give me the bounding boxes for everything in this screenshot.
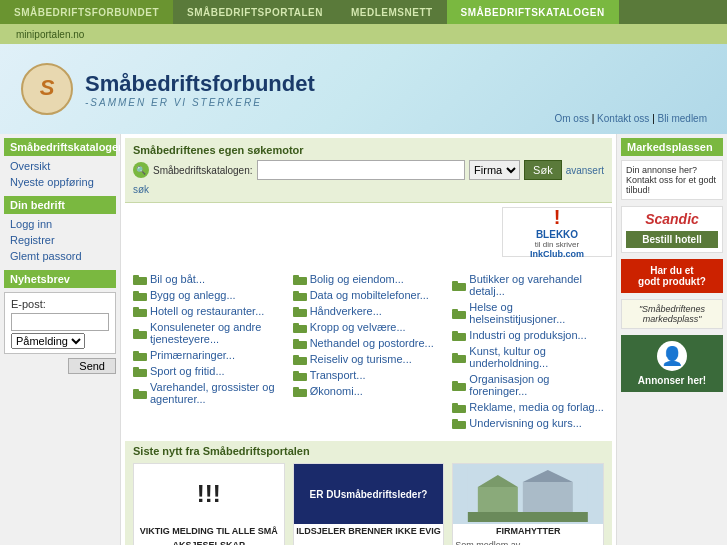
news-section: Siste nytt fra Småbedriftsportalen !!! V… [125, 441, 612, 545]
news-img-1: !!! [134, 464, 284, 524]
cat-undervisning[interactable]: Undervisning og kurs... [452, 415, 604, 431]
header: S Småbedriftsforbundet -SAMMEN ER VI STE… [0, 44, 727, 134]
sidebar-link-oversikt[interactable]: Oversikt [4, 158, 116, 174]
svg-rect-37 [452, 331, 458, 334]
category-grid: Bil og båt... Bygg og anlegg... Hotell o… [129, 269, 608, 433]
nav-item-portalen[interactable]: SMÅBEDRIFTSPORTALEN [173, 0, 337, 24]
news-item-2[interactable]: ER DU småbedriftsleder? ILDSJELER BRENNE… [293, 463, 445, 545]
sidebar-section-nyhetsbrev: Nyhetsbrev [4, 270, 116, 288]
secondary-nav: miniportalen.no [0, 24, 727, 44]
cat-handverkere[interactable]: Håndverkere... [293, 303, 445, 319]
folder-icon [293, 290, 307, 301]
svg-rect-9 [133, 329, 139, 332]
search-title: Småbedriftenes egen søkemotor [133, 144, 604, 156]
sidebar-link-nyeste[interactable]: Nyeste oppføring [4, 174, 116, 190]
cat-reiseliv[interactable]: Reiseliv og turisme... [293, 351, 445, 367]
logo-tagline: -SAMMEN ER VI STERKERE [85, 97, 315, 108]
cat-varehandel[interactable]: Varehandel, grossister og agenturer... [133, 379, 285, 407]
news-item-3[interactable]: FIRMAHYTTER Som medlem av Småbedriftsfor… [452, 463, 604, 545]
news-mid-line: småbedriftsleder? [341, 489, 428, 500]
cat-bolig[interactable]: Bolig og eiendom... [293, 271, 445, 287]
search-sub-link[interactable]: søk [133, 184, 149, 195]
logo-area: S Småbedriftsforbundet -SAMMEN ER VI STE… [20, 62, 315, 117]
cat-butikker[interactable]: Butikker og varehandel detalj... [452, 271, 604, 299]
news-img-2: ER DU småbedriftsleder? [294, 464, 444, 524]
advanced-search-link[interactable]: avansert [566, 165, 604, 176]
cat-transport[interactable]: Transport... [293, 367, 445, 383]
folder-icon [452, 380, 466, 391]
folder-icon [133, 290, 147, 301]
folder-icon [293, 274, 307, 285]
bestill-hotell-button[interactable]: Bestill hotell [626, 231, 718, 248]
svg-rect-22 [293, 325, 307, 333]
sidebar-link-registrer[interactable]: Registrer [4, 232, 116, 248]
svg-rect-18 [293, 293, 307, 301]
main-layout: Småbedriftskatalogen Oversikt Nyeste opp… [0, 134, 727, 545]
left-sidebar: Småbedriftskatalogen Oversikt Nyeste opp… [0, 134, 120, 545]
cat-bygg[interactable]: Bygg og anlegg... [133, 287, 285, 303]
cat-bil[interactable]: Bil og båt... [133, 271, 285, 287]
news-item-1[interactable]: !!! VIKTIG MELDING TIL ALLE SMÅ AKSJESEL… [133, 463, 285, 545]
cat-org[interactable]: Organisasjon og foreninger... [452, 371, 604, 399]
category-col-3: Butikker og varehandel detalj... Helse o… [448, 269, 608, 433]
header-links: Om oss | Kontakt oss | Bli medlem [554, 113, 707, 124]
cat-kropp[interactable]: Kropp og velvære... [293, 319, 445, 335]
news-caption-1b: AKSJESELSKAP [134, 538, 284, 545]
nav-item-katalogen[interactable]: SMÅBEDRIFTSKATALOGEN [447, 0, 619, 24]
category-col-2: Bolig og eiendom... Data og mobiltelefon… [289, 269, 449, 433]
cat-nethandel[interactable]: Nethandel og postordre... [293, 335, 445, 351]
search-button[interactable]: Søk [524, 160, 562, 180]
nav-item-medlemsnett[interactable]: MEDLEMSNETT [337, 0, 447, 24]
category-col-1: Bil og båt... Bygg og anlegg... Hotell o… [129, 269, 289, 433]
svg-text:S: S [40, 75, 55, 100]
sidebar-link-logginn[interactable]: Logg inn [4, 216, 116, 232]
cat-primaer[interactable]: Primærnaringer... [133, 347, 285, 363]
sidebar-link-glemt[interactable]: Glemt passord [4, 248, 116, 264]
sidebar-section-katalogen: Småbedriftskatalogen [4, 138, 116, 156]
svg-rect-12 [133, 369, 147, 377]
cat-hotell[interactable]: Hotell og restauranter... [133, 303, 285, 319]
signup-select[interactable]: Påmelding [11, 333, 85, 349]
kontakt-link[interactable]: Kontakt oss [597, 113, 649, 124]
news-title: Siste nytt fra Småbedriftsportalen [133, 445, 604, 457]
cat-helse[interactable]: Helse og helseinstitjusjoner... [452, 299, 604, 327]
cat-industri[interactable]: Industri og produksjon... [452, 327, 604, 343]
svg-rect-13 [133, 367, 139, 370]
send-button[interactable]: Send [68, 358, 116, 374]
nav-item-forbundet[interactable]: SMÅBEDRIFTSFORBUNDET [0, 0, 173, 24]
blekko-sub: til din skriver [535, 240, 579, 249]
cat-okonomi[interactable]: Økonomi... [293, 383, 445, 399]
rs-ad-box: Din annonse her? Kontakt oss for et godt… [621, 160, 723, 200]
cat-data[interactable]: Data og mobiltelefoner... [293, 287, 445, 303]
folder-icon [452, 402, 466, 413]
cat-sport[interactable]: Sport og fritid... [133, 363, 285, 379]
cat-reklame[interactable]: Reklame, media og forlag... [452, 399, 604, 415]
rs-quote: "Småbedriftenes markedsplass" [639, 304, 705, 324]
svg-rect-3 [133, 275, 139, 278]
news-img-3 [453, 464, 603, 524]
rs-annonser-box[interactable]: 👤 Annonser her! [621, 335, 723, 392]
folder-icon [133, 366, 147, 377]
email-field[interactable] [11, 313, 109, 331]
om-oss-link[interactable]: Om oss [554, 113, 588, 124]
search-input[interactable] [257, 160, 466, 180]
sidebar-section-bedrift: Din bedrift [4, 196, 116, 214]
svg-rect-17 [293, 275, 299, 278]
sec-nav-link[interactable]: miniportalen.no [10, 29, 90, 40]
news-caption-1: VIKTIG MELDING TIL ALLE SMÅ [134, 524, 284, 538]
cat-konsuleneter[interactable]: Konsuleneter og andre tjenesteyere... [133, 319, 285, 347]
svg-rect-26 [293, 357, 307, 365]
news-grid: !!! VIKTIG MELDING TIL ALLE SMÅ AKSJESEL… [133, 463, 604, 545]
rs-red-line1: Har du et [627, 265, 717, 276]
folder-icon [293, 354, 307, 365]
rs-red-line2: godt produkt? [627, 276, 717, 287]
svg-rect-51 [468, 512, 588, 522]
search-type-select[interactable]: Firma [469, 160, 520, 180]
svg-rect-16 [293, 277, 307, 285]
svg-rect-28 [293, 373, 307, 381]
folder-icon [133, 306, 147, 317]
cat-kunst[interactable]: Kunst, kultur og underholdning... [452, 343, 604, 371]
bli-medlem-link[interactable]: Bli medlem [658, 113, 707, 124]
center-content: Småbedriftenes egen søkemotor 🔍 Småbedri… [120, 134, 617, 545]
blekko-banner[interactable]: ! BLEKKO til din skriver InkClub.com [502, 207, 612, 257]
